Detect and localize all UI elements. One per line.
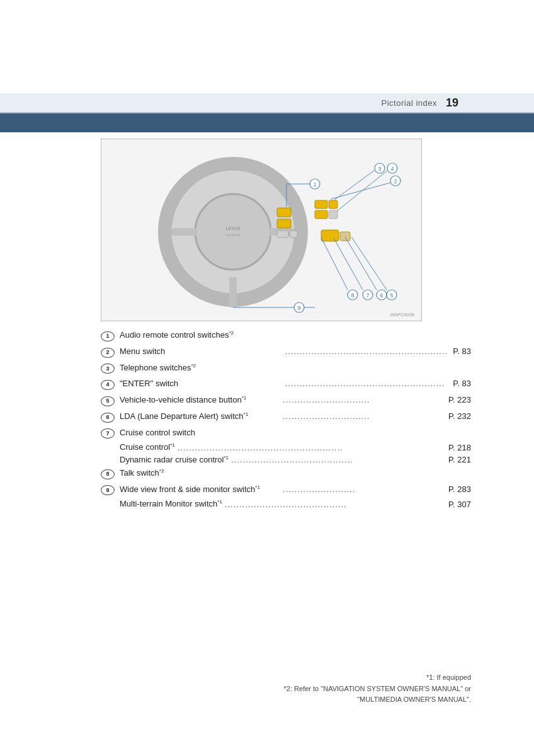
superscript: *1 [170, 442, 175, 448]
item-dots-4: ........................................… [285, 377, 448, 390]
banner-bar [0, 113, 534, 132]
item-number-5: 5 [101, 396, 115, 406]
item-text-2: Menu switch [120, 345, 283, 358]
sub-item-dynamic-radar: Dynamic radar cruise control*1 .........… [101, 455, 471, 464]
sub-dots-cruise: ........................................… [178, 443, 446, 452]
sub-page-terrain: P. 307 [448, 500, 471, 509]
svg-text:1: 1 [313, 181, 316, 188]
list-item: 4 "ENTER" switch .......................… [101, 377, 471, 390]
svg-text:INNPOA008: INNPOA008 [390, 312, 414, 317]
list-item: 5 Vehicle-to-vehicle distance button*1 .… [101, 394, 471, 406]
superscript: *2 [191, 362, 196, 368]
svg-rect-15 [315, 210, 327, 219]
item-number-9: 9 [101, 485, 115, 495]
superscript: *1 [242, 395, 247, 401]
sub-dots-radar: ........................................… [231, 455, 446, 464]
svg-text:5: 5 [390, 292, 393, 299]
svg-text:4: 4 [390, 166, 394, 172]
footnote-2b: "MULTIMEDIA OWNER'S MANUAL". [284, 694, 471, 706]
sub-page-radar: P. 221 [448, 455, 471, 464]
svg-text:8: 8 [351, 292, 354, 299]
item-text-8: Talk switch*2 [120, 467, 471, 479]
superscript: *1 [217, 499, 222, 505]
sub-text-cruise: Cruise control*1 [120, 442, 175, 452]
svg-text:LEXUS: LEXUS [226, 226, 241, 231]
svg-text:3: 3 [378, 166, 381, 172]
list-item: 7 Cruise control switch [101, 427, 471, 439]
item-text-7: Cruise control switch [120, 427, 471, 439]
item-text-1: Audio remote control switches*2 [120, 329, 471, 341]
item-dots-9: ......................... [283, 483, 443, 496]
superscript: *1 [255, 484, 260, 490]
sub-item-multi-terrain: Multi-terrain Monitor switch*1 .........… [101, 499, 471, 508]
item-dots-6: .............................. [283, 410, 443, 423]
svg-rect-11 [277, 231, 288, 238]
list-item: 8 Talk switch*2 [101, 467, 471, 479]
footnote-2: *2: Refer to "NAVIGATION SYSTEM OWNER'S … [284, 684, 471, 695]
list-item: 3 Telephone switches*2 [101, 362, 471, 374]
steering-wheel-diagram: LEXUS AUVEA10 1 [101, 139, 422, 321]
list-item: 6 LDA (Lane Departure Alert) switch*1 ..… [101, 410, 471, 423]
svg-point-3 [195, 194, 271, 270]
svg-rect-9 [277, 208, 291, 217]
svg-text:9: 9 [297, 305, 300, 311]
svg-rect-13 [315, 200, 327, 209]
item-page-2: P. 83 [453, 345, 471, 358]
diagram-svg: LEXUS AUVEA10 1 [101, 139, 422, 321]
item-page-5: P. 223 [448, 394, 471, 406]
item-number-8: 8 [101, 469, 115, 479]
item-page-4: P. 83 [453, 377, 471, 390]
svg-rect-12 [290, 231, 297, 238]
svg-rect-17 [321, 230, 339, 241]
item-number-1: 1 [101, 331, 115, 341]
svg-text:6: 6 [380, 292, 383, 299]
superscript: *1 [224, 455, 229, 461]
header-bar: Pictorial index 19 [0, 93, 534, 113]
svg-rect-14 [329, 200, 338, 209]
list-item: 2 Menu switch ..........................… [101, 345, 471, 358]
svg-rect-18 [340, 232, 350, 241]
item-dots-5: .............................. [283, 394, 443, 406]
list-item: 9 Wide view front & side monitor switch*… [101, 483, 471, 496]
item-text-9: Wide view front & side monitor switch*1 [120, 483, 280, 496]
item-text-3: Telephone switches*2 [120, 362, 471, 374]
item-text-4: "ENTER" switch [120, 377, 283, 390]
svg-rect-6 [172, 228, 197, 236]
svg-text:7: 7 [366, 292, 369, 299]
sub-text-radar: Dynamic radar cruise control*1 [120, 455, 229, 464]
item-text-5: Vehicle-to-vehicle distance button*1 [120, 394, 280, 406]
page-container: Pictorial index 19 LEXUS AUVEA10 [0, 0, 534, 756]
page-number: 19 [446, 96, 458, 110]
svg-rect-10 [277, 219, 291, 228]
item-page-9: P. 283 [448, 483, 471, 496]
sub-dots-terrain: ........................................… [225, 500, 446, 509]
sub-item-cruise-control: Cruise control*1 .......................… [101, 442, 471, 452]
footnote-1: *1: If equipped [284, 672, 471, 684]
item-number-3: 3 [101, 364, 115, 374]
svg-text:AUVEA10: AUVEA10 [226, 233, 241, 237]
list-item: 1 Audio remote control switches*2 [101, 329, 471, 341]
svg-rect-8 [229, 277, 237, 307]
item-number-4: 4 [101, 380, 115, 390]
sub-page-cruise: P. 218 [448, 443, 471, 452]
item-number-2: 2 [101, 348, 115, 358]
svg-text:2: 2 [394, 178, 397, 185]
content-area: 1 Audio remote control switches*2 2 Menu… [101, 329, 471, 512]
header-title: Pictorial index [382, 98, 437, 108]
sub-text-terrain: Multi-terrain Monitor switch*1 [120, 499, 222, 508]
svg-rect-16 [329, 210, 338, 219]
item-number-7: 7 [101, 428, 115, 438]
item-page-6: P. 232 [448, 410, 471, 423]
superscript: *2 [159, 468, 164, 474]
item-dots-2: ........................................… [285, 345, 448, 358]
item-number-6: 6 [101, 413, 115, 423]
footnotes: *1: If equipped *2: Refer to "NAVIGATION… [284, 672, 471, 706]
superscript: *1 [244, 411, 249, 416]
superscript: *2 [229, 330, 234, 336]
item-text-6: LDA (Lane Departure Alert) switch*1 [120, 410, 280, 423]
